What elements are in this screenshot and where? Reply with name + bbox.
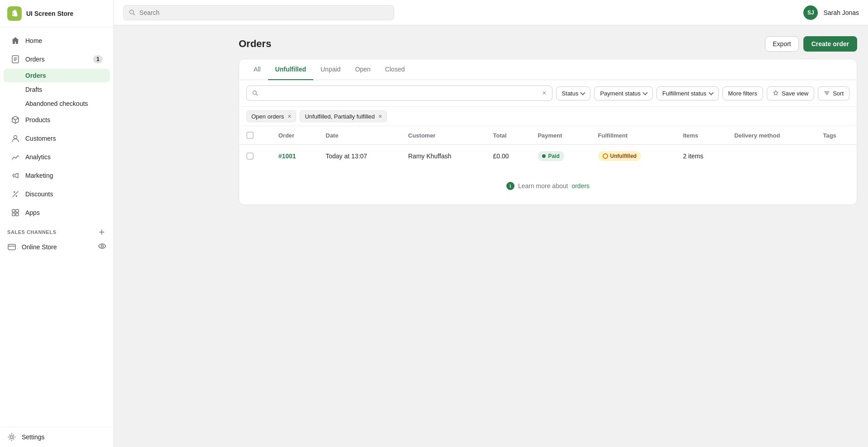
col-customer: Customer <box>401 126 486 145</box>
discounts-label: Discounts <box>25 190 103 198</box>
table-row[interactable]: #1001 Today at 13:07 Ramy Khuffash £0.00… <box>239 145 857 168</box>
topbar-right: SJ Sarah Jonas <box>803 5 859 20</box>
sidebar-item-home[interactable]: Home <box>4 32 110 50</box>
tab-open[interactable]: Open <box>348 59 377 80</box>
tabs: All Unfulfilled Unpaid Open Closed <box>239 59 857 80</box>
customers-icon <box>11 134 20 143</box>
customers-label: Customers <box>25 135 103 142</box>
sidebar-sub-abandoned[interactable]: Abandoned checkouts <box>4 97 110 110</box>
sidebar-item-products[interactable]: Products <box>4 111 110 129</box>
page-header: Orders Export Create order <box>239 36 857 52</box>
save-view-button[interactable]: Save view <box>767 86 814 100</box>
star-icon <box>773 90 779 96</box>
home-label: Home <box>25 37 103 44</box>
order-payment: Paid <box>530 145 590 168</box>
order-number[interactable]: #1001 <box>278 152 296 160</box>
learn-more: i Learn more about orders <box>239 167 857 204</box>
sidebar-item-analytics[interactable]: Analytics <box>4 148 110 166</box>
tab-all[interactable]: All <box>246 59 268 80</box>
svg-rect-3 <box>16 209 19 212</box>
orders-label: Orders <box>25 56 88 63</box>
sort-button[interactable]: Sort <box>818 86 849 100</box>
settings-icon <box>7 433 16 442</box>
sidebar-nav: Home Orders 1 Orders Drafts Abandoned ch… <box>0 28 113 427</box>
row-checkbox[interactable] <box>246 152 254 160</box>
svg-point-7 <box>101 245 104 247</box>
svg-point-10 <box>253 91 256 95</box>
export-button[interactable]: Export <box>765 36 798 52</box>
search-icon <box>129 9 136 16</box>
sort-icon <box>824 90 830 96</box>
orders-learn-more-link[interactable]: orders <box>571 182 590 190</box>
filter-search-icon <box>252 90 258 96</box>
sidebar-item-settings[interactable]: Settings <box>0 427 113 447</box>
sidebar-sub-drafts[interactable]: Drafts <box>4 83 110 96</box>
sidebar-header: UI Screen Store <box>0 0 113 28</box>
store-name: UI Screen Store <box>26 10 73 17</box>
fulfillment-status-filter-button[interactable]: Fulfillment status <box>656 86 719 100</box>
sales-channels-section: SALES CHANNELS <box>0 222 113 238</box>
status-filter-button[interactable]: Status <box>556 86 591 100</box>
svg-point-9 <box>130 10 134 14</box>
sidebar-item-orders[interactable]: Orders 1 <box>4 50 110 68</box>
filter-tag-unfulfilled: Unfulfilled, Partially fulfilled × <box>300 110 387 122</box>
payment-status-filter-button[interactable]: Payment status <box>594 86 653 100</box>
col-payment: Payment <box>530 126 590 145</box>
paid-dot-icon <box>542 154 546 158</box>
chevron-down-icon <box>642 90 647 95</box>
apps-icon <box>11 208 20 217</box>
orders-card: All Unfulfilled Unpaid Open Closed (fina… <box>239 59 857 205</box>
sidebar-item-marketing[interactable]: Marketing <box>4 166 110 185</box>
col-order: Order <box>271 126 319 145</box>
filter-search[interactable]: (financial_status:pending OR financial × <box>246 86 552 101</box>
avatar[interactable]: SJ <box>803 5 818 20</box>
online-store-icon <box>7 243 16 252</box>
svg-rect-5 <box>16 213 19 216</box>
sidebar-item-online-store[interactable]: Online Store <box>0 238 113 255</box>
active-filters: Open orders × Unfulfilled, Partially ful… <box>239 107 857 126</box>
search-input[interactable] <box>139 9 388 16</box>
svg-point-8 <box>10 436 13 438</box>
settings-label: Settings <box>22 433 45 441</box>
col-items: Items <box>676 126 727 145</box>
filter-search-input[interactable]: (financial_status:pending OR financial <box>261 90 539 97</box>
sidebar-sub-orders[interactable]: Orders <box>4 69 110 82</box>
eye-icon[interactable] <box>98 242 106 252</box>
sidebar-item-discounts[interactable]: Discounts <box>4 185 110 203</box>
col-total: Total <box>486 126 531 145</box>
col-delivery: Delivery method <box>727 126 816 145</box>
add-sales-channel-button[interactable] <box>97 228 106 237</box>
order-date: Today at 13:07 <box>318 145 401 168</box>
more-filters-button[interactable]: More filters <box>722 86 763 100</box>
tab-unpaid[interactable]: Unpaid <box>313 59 348 80</box>
chevron-down-icon <box>580 90 585 95</box>
sidebar-item-customers[interactable]: Customers <box>4 129 110 147</box>
col-date: Date <box>318 126 401 145</box>
col-fulfillment: Fulfillment <box>591 126 676 145</box>
order-customer: Ramy Khuffash <box>401 145 486 168</box>
search-bar[interactable] <box>123 5 394 20</box>
remove-open-orders-filter[interactable]: × <box>288 113 291 120</box>
analytics-icon <box>11 152 20 162</box>
tab-closed[interactable]: Closed <box>378 59 412 80</box>
order-delivery <box>727 145 816 168</box>
order-fulfillment: Unfulfilled <box>591 145 676 168</box>
filter-tag-open-orders: Open orders × <box>246 110 296 122</box>
svg-rect-2 <box>12 209 15 212</box>
main-content: Orders Export Create order All Unfulfill… <box>228 25 868 447</box>
create-order-button[interactable]: Create order <box>803 36 857 52</box>
select-all-checkbox[interactable] <box>246 132 254 139</box>
chevron-down-icon <box>708 90 713 95</box>
analytics-label: Analytics <box>25 153 103 161</box>
svg-rect-4 <box>12 213 15 216</box>
orders-badge: 1 <box>93 55 103 63</box>
remove-unfulfilled-filter[interactable]: × <box>378 113 382 120</box>
topbar: SJ Sarah Jonas <box>114 0 868 25</box>
tab-unfulfilled[interactable]: Unfulfilled <box>268 59 313 80</box>
sidebar-item-apps[interactable]: Apps <box>4 204 110 222</box>
store-logo <box>7 6 22 21</box>
clear-search-button[interactable]: × <box>542 89 546 97</box>
col-tags: Tags <box>816 126 857 145</box>
orders-icon <box>11 55 20 64</box>
page-title: Orders <box>239 38 271 50</box>
